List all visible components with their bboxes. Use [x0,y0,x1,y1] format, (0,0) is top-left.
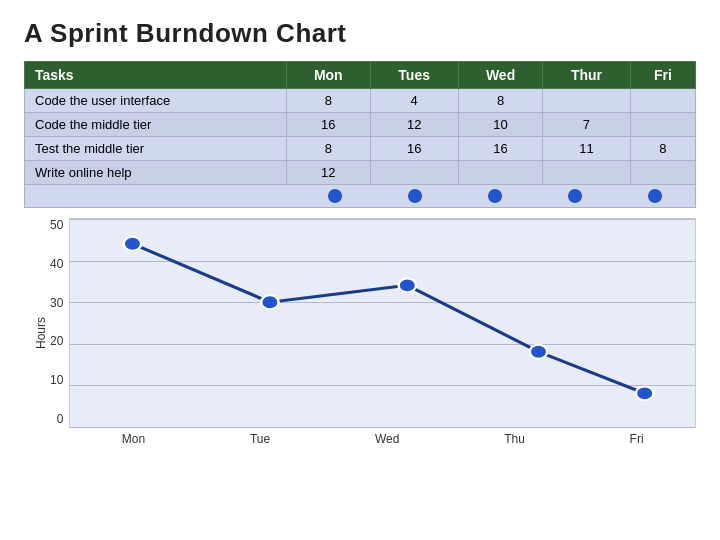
task-value: 16 [458,137,542,161]
task-name: Code the user interface [25,89,287,113]
task-value: 8 [287,137,371,161]
x-label-wed: Wed [375,432,399,446]
page-title: A Sprint Burndown Chart [24,18,696,49]
dot-5 [648,189,662,203]
task-value [370,161,458,185]
dot-cell-1 [295,189,375,203]
task-value [543,89,630,113]
dot-4 [568,189,582,203]
y-axis-values: 50 40 30 20 10 0 [50,218,69,448]
task-value: 12 [287,161,371,185]
dot-cell-2 [375,189,455,203]
x-label-mon: Mon [122,432,145,446]
task-value: 4 [370,89,458,113]
table-row: Code the user interface848 [25,89,696,113]
task-value: 7 [543,113,630,137]
task-value [630,161,695,185]
x-label-tue: Tue [250,432,270,446]
task-value: 8 [458,89,542,113]
dot-2 [408,189,422,203]
col-tues: Tues [370,62,458,89]
chart-background [69,218,696,428]
task-value: 12 [370,113,458,137]
y-label-40: 40 [50,257,63,271]
y-label-30: 30 [50,296,63,310]
y-label-0: 0 [57,412,64,426]
task-value: 10 [458,113,542,137]
y-label-50: 50 [50,218,63,232]
dot-cell-3 [455,189,535,203]
task-value: 16 [287,113,371,137]
task-value: 8 [287,89,371,113]
datapoint-fri [636,386,653,400]
task-value: 8 [630,137,695,161]
y-axis-label: Hours [34,218,48,448]
task-name: Test the middle tier [25,137,287,161]
task-value [458,161,542,185]
table-row: Write online help12 [25,161,696,185]
chart-svg [70,219,695,427]
chart-line [133,244,645,394]
task-value [543,161,630,185]
table-row: Test the middle tier81616118 [25,137,696,161]
x-label-thu: Thu [504,432,525,446]
y-label-20: 20 [50,334,63,348]
col-tasks: Tasks [25,62,287,89]
datapoint-wed [399,278,416,292]
dot-1 [328,189,342,203]
datapoint-tue [261,295,278,309]
task-value: 16 [370,137,458,161]
task-name: Code the middle tier [25,113,287,137]
dot-cell-5 [615,189,695,203]
content-area: Tasks Mon Tues Wed Thur Fri Code the use… [24,61,696,448]
grid-line-0 [70,427,695,428]
col-thur: Thur [543,62,630,89]
table-row: Code the middle tier1612107 [25,113,696,137]
sprint-table: Tasks Mon Tues Wed Thur Fri Code the use… [24,61,696,185]
datapoint-mon [124,237,141,251]
dots-row [24,185,696,208]
x-label-fri: Fri [630,432,644,446]
task-value: 11 [543,137,630,161]
datapoint-thu [530,345,547,359]
page-container: A Sprint Burndown Chart Tasks Mon Tues W… [0,0,720,540]
col-fri: Fri [630,62,695,89]
task-name: Write online help [25,161,287,185]
col-mon: Mon [287,62,371,89]
table-header-row: Tasks Mon Tues Wed Thur Fri [25,62,696,89]
dot-3 [488,189,502,203]
chart-x-labels: Mon Tue Wed Thu Fri [69,428,696,446]
dot-cell-4 [535,189,615,203]
col-wed: Wed [458,62,542,89]
dot-spacer [95,189,295,203]
task-value [630,113,695,137]
chart-main: Mon Tue Wed Thu Fri [69,218,696,448]
y-label-10: 10 [50,373,63,387]
task-value [630,89,695,113]
